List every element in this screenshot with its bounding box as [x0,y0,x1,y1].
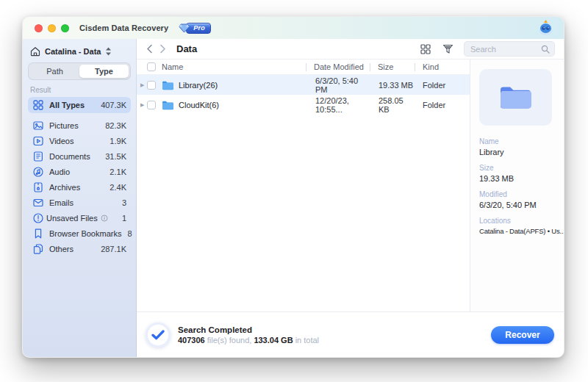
sidebar-item-archives[interactable]: Archives 2.4K [28,179,131,195]
sidebar-item-unsaved-files[interactable]: Unsaved Files 1 [28,210,131,226]
all-types-icon [33,100,43,110]
sidebar-item-label: Videos [49,137,104,145]
grid-view-icon[interactable] [420,43,431,55]
others-icon [33,244,43,254]
tab-type[interactable]: Type [79,65,129,78]
column-size[interactable]: Size [370,62,415,71]
sidebar-item-documents[interactable]: Documents 31.5K [28,148,131,164]
sidebar-item-label: Pictures [49,121,99,130]
sidebar-item-audio[interactable]: Audio 2.1K [28,164,131,179]
traffic-lights [35,24,69,32]
sidebar-item-count: 2.4K [110,183,126,192]
sidebar-item-label: Archives [49,183,104,192]
maximize-window-button[interactable] [61,24,69,32]
disclosure-triangle-icon[interactable]: ▶ [140,82,147,87]
detail-size-value: 19.33 MB [479,174,555,183]
detail-panel: Name Library Size 19.33 MB Modified 6/3/… [470,60,564,311]
drive-name: Catalina - Data [45,47,101,56]
sidebar-item-label: Emails [49,198,116,207]
pro-badge: Pro [179,23,211,34]
archives-icon [33,182,43,192]
sidebar-item-label: Audio [49,167,104,176]
detail-modified-value: 6/3/20, 5:40 PM [479,201,555,209]
disclosure-triangle-icon[interactable]: ▶ [140,102,147,107]
total-size: 133.04 GB [254,336,293,345]
tab-path[interactable]: Path [30,65,79,78]
sidebar-item-count: 2.1K [110,167,126,176]
file-name: CloudKit(6) [179,101,219,109]
close-window-button[interactable] [35,24,43,32]
page-title: Data [176,43,197,54]
file-table: Name Date Modified Size Kind ▶ [137,60,470,311]
detail-name-value: Library [479,148,555,156]
table-row-cloudkit[interactable]: ▶ CloudKit(6) 12/20/23, 10:55... [137,95,470,115]
sidebar-item-count: 3 [122,198,126,207]
status-text: Search Completed 407306 file(s) found, 1… [178,325,319,345]
sidebar-item-label: Unsaved Files [46,214,98,223]
documents-icon [33,151,43,162]
column-date-modified[interactable]: Date Modified [306,62,370,71]
sidebar: Catalina - Data Path Type Result [23,39,137,357]
detail-locations-label: Locations [479,217,555,225]
file-size: 19.33 MB [371,81,415,90]
sidebar-item-count: 8 [127,229,132,238]
status-title: Search Completed [178,325,319,334]
sidebar-item-count: 82.3K [105,121,126,130]
drive-selector[interactable]: Catalina - Data [28,43,131,62]
result-section-label: Result [30,86,129,94]
column-name[interactable]: Name [162,62,306,71]
row-checkbox[interactable] [147,81,156,90]
search-input[interactable] [470,45,541,54]
pro-badge-label: Pro [186,23,211,34]
sidebar-item-count: 1 [122,214,126,223]
forward-button[interactable] [156,43,169,56]
table-header: Name Date Modified Size Kind [137,60,470,75]
back-button[interactable] [143,43,156,56]
sidebar-item-count: 287.1K [101,245,126,253]
status-bar: Search Completed 407306 file(s) found, 1… [137,311,564,357]
sidebar-item-pictures[interactable]: Pictures 82.3K [28,118,131,133]
detail-locations-value: Catalina - Data(APFS) • Us...ary [479,227,555,235]
audio-icon [33,167,43,177]
pictures-icon [33,120,43,131]
files-found-suffix: file(s) found, [207,336,252,345]
sidebar-item-label: Browser Bookmarks [49,229,121,238]
search-field[interactable] [464,41,555,57]
file-date: 12/20/23, 10:55... [308,96,371,114]
app-title: Cisdem Data Recovery [79,24,168,32]
bookmarks-icon [33,228,43,239]
minimize-window-button[interactable] [48,24,56,32]
home-icon [30,46,40,57]
videos-icon [33,136,43,146]
search-icon [541,45,550,54]
folder-icon [162,100,174,110]
file-kind: Folder [415,81,470,90]
sidebar-list: All Types 407.3K Pictures 82.3K [28,97,131,256]
sidebar-item-count: 407.3K [101,101,126,109]
recover-button[interactable]: Recover [491,326,554,344]
sidebar-item-browser-bookmarks[interactable]: Browser Bookmarks 8 [28,226,131,241]
diamond-icon [179,24,190,33]
file-date: 6/3/20, 5:40 PM [308,76,371,94]
file-kind: Folder [415,101,470,109]
filter-icon[interactable] [442,43,453,55]
select-all-checkbox[interactable] [147,62,156,71]
column-kind[interactable]: Kind [415,62,470,71]
info-icon[interactable] [101,215,108,222]
row-checkbox[interactable] [147,101,156,109]
mascot-icon[interactable] [537,19,555,37]
file-size: 258.05 KB [371,96,415,114]
folder-preview-icon [499,84,533,111]
sidebar-item-others[interactable]: Others 287.1K [28,241,131,256]
file-name: Library(26) [179,81,218,90]
toolbar: Data [137,39,564,60]
total-size-suffix: in total [295,336,319,345]
sidebar-item-videos[interactable]: Videos 1.9K [28,133,131,148]
sidebar-item-all-types[interactable]: All Types 407.3K [28,97,131,113]
detail-size-label: Size [479,164,555,172]
status-summary: 407306 file(s) found, 133.04 GB in total [178,336,319,345]
sidebar-item-count: 1.9K [110,137,126,145]
folder-icon [162,80,174,90]
sidebar-item-emails[interactable]: Emails 3 [28,195,131,210]
table-row-library[interactable]: ▶ Library(26) 6/3/20, 5:40 PM [137,75,470,95]
